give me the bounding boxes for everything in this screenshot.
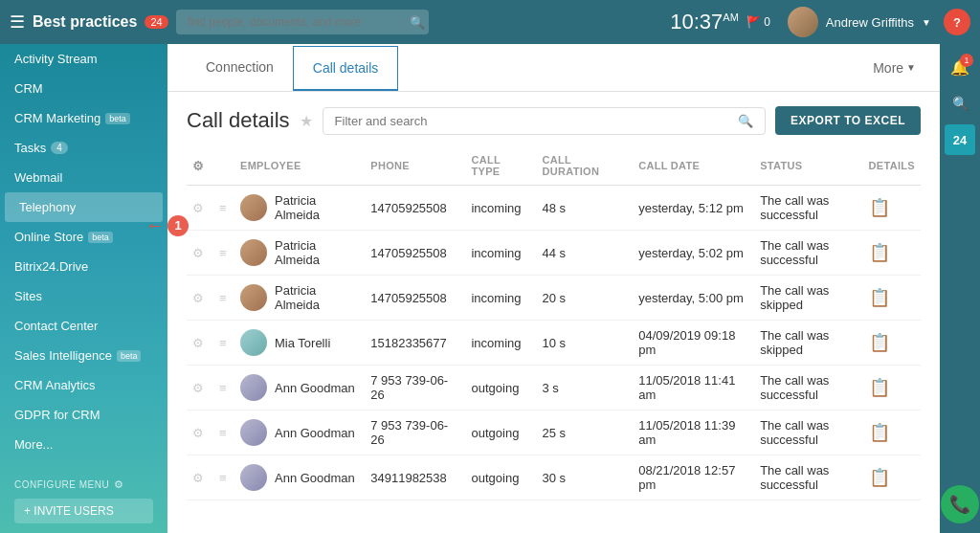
details-cell[interactable]: 📋 [863,321,921,366]
col-details: DETAILS [863,146,921,186]
dropdown-icon[interactable]: ▼ [922,17,931,28]
invite-users-button[interactable]: + INVITE USERS [14,499,153,523]
status-cell: The call was skipped [754,276,862,321]
sidebar: Activity Stream CRM CRM Marketingbeta Ta… [0,44,167,533]
sidebar-item-activity-stream[interactable]: Activity Stream [0,44,167,74]
app-count: 24 [145,15,167,29]
time-suffix: AM [723,11,739,23]
row-handle-icon: ≡ [215,321,234,366]
date-cell: 08/21/2018 12:57 pm [633,455,754,500]
export-to-excel-button[interactable]: EXPORT TO EXCEL [775,106,921,135]
details-cell[interactable]: 📋 [863,276,921,321]
star-icon[interactable]: ★ [300,112,313,130]
phone-cell: 15182335677 [365,321,465,366]
call-type-cell: outgoing [465,411,536,455]
details-cell[interactable]: 📋 [863,455,921,500]
row-settings-icon[interactable]: ⚙ [187,366,215,411]
employee-name: Ann Goodman [275,426,355,440]
employee-cell: Ann Goodman [234,455,365,500]
search-input[interactable] [176,10,429,34]
tab-more[interactable]: More ▼ [868,47,921,89]
details-icon[interactable]: 📋 [869,468,890,487]
table-row: ⚙ ≡ Patricia Almeida 14705925508 incomin… [187,186,921,231]
menu-icon[interactable]: ☰ [10,11,25,33]
configure-menu-button[interactable]: CONFIGURE MENU ⚙ [14,478,153,491]
employee-name: Mia Torelli [275,336,330,350]
details-cell[interactable]: 📋 [863,231,921,276]
row-handle-icon: ≡ [215,411,234,455]
phone-cell: 7 953 739-06-26 [365,366,465,411]
content-header: Call details ★ 🔍 EXPORT TO EXCEL [187,106,921,135]
details-icon[interactable]: 📋 [869,288,890,307]
date-cell: 11/05/2018 11:41 am [633,366,754,411]
help-button[interactable]: ? [944,9,970,35]
details-icon[interactable]: 📋 [869,198,890,217]
sidebar-item-gdpr[interactable]: GDPR for CRM [0,400,167,430]
phone-cell: 34911982538 [365,455,465,500]
row-settings-icon[interactable]: ⚙ [187,186,215,231]
username: Andrew Griffiths [826,15,914,30]
row-handle-icon: ≡ [215,231,234,276]
search-right-icon[interactable]: 🔍 [945,88,975,119]
table-row: ⚙ ≡ Patricia Almeida 14705925508 incomin… [187,231,921,276]
sidebar-item-crm-marketing[interactable]: CRM Marketingbeta [0,103,167,133]
sidebar-item-tasks[interactable]: Tasks4 [0,133,167,163]
configure-menu-label: CONFIGURE MENU [14,479,109,490]
sales-badge: beta [117,350,142,362]
settings-icon: ⚙ [114,478,124,491]
sidebar-item-contact-center[interactable]: Contact Center [0,311,167,341]
col-employee: EMPLOYEE [234,146,365,186]
table-row: ⚙ ≡ Patricia Almeida 14705925508 incomin… [187,276,921,321]
call-type-cell: outgoing [465,455,536,500]
sidebar-item-sites[interactable]: Sites [0,281,167,311]
tab-connection[interactable]: Connection [187,46,293,90]
status-cell: The call was successful [754,455,862,500]
notifications-icon[interactable]: 🔔 1 [945,52,975,82]
row-settings-icon[interactable]: ⚙ [187,231,215,276]
employee-cell: Ann Goodman [234,411,365,455]
tabs-bar: Connection Call details ← 2 More ▼ [167,44,940,92]
employee-avatar [240,194,267,221]
details-icon[interactable]: 📋 [869,333,890,352]
details-cell[interactable]: 📋 [863,366,921,411]
page-title: Call details [187,108,290,133]
call-type-cell: incoming [465,186,536,231]
phone-button[interactable]: 📞 [941,485,979,523]
details-icon[interactable]: 📋 [869,243,890,262]
row-settings-icon[interactable]: ⚙ [187,455,215,500]
sidebar-item-crm-analytics[interactable]: CRM Analytics [0,370,167,400]
col-status: STATUS [754,146,862,186]
sidebar-item-telephony[interactable]: Telephony [5,192,163,222]
employee-avatar [240,419,267,446]
phone-cell: 14705925508 [365,276,465,321]
date-cell: yesterday, 5:12 pm [633,186,754,231]
duration-cell: 48 s [537,186,634,231]
sidebar-item-more[interactable]: More... [0,430,167,459]
details-icon[interactable]: 📋 [869,423,890,442]
row-settings-icon[interactable]: ⚙ [187,411,215,455]
details-cell[interactable]: 📋 [863,411,921,455]
details-icon[interactable]: 📋 [869,378,890,397]
table-row: ⚙ ≡ Mia Torelli 15182335677 incoming 10 … [187,321,921,366]
row-settings-icon[interactable]: ⚙ [187,321,215,366]
employee-name: Patricia Almeida [275,238,359,267]
employee-name: Patricia Almeida [275,283,359,312]
sidebar-item-crm[interactable]: CRM [0,74,167,103]
sidebar-item-bitrix-drive[interactable]: Bitrix24.Drive [0,252,167,281]
col-handle [215,146,234,186]
tab-call-details[interactable]: Call details ← 2 [293,46,398,91]
online-store-badge: beta [88,232,113,243]
sidebar-item-webmail[interactable]: Webmail [0,163,167,192]
sidebar-item-online-store[interactable]: Online Storebeta [0,222,167,252]
sidebar-item-sales-intelligence[interactable]: Sales Intelligencebeta [0,341,167,370]
row-settings-icon[interactable]: ⚙ [187,276,215,321]
details-cell[interactable]: 📋 [863,186,921,231]
col-settings: ⚙ [187,146,215,186]
filter-input[interactable] [335,114,733,128]
tasks-badge: 4 [51,142,68,154]
employee-name: Patricia Almeida [275,193,359,222]
avatar [788,7,818,37]
flag-count: 🚩 0 [746,15,770,29]
call-type-cell: incoming [465,276,536,321]
employee-cell: Patricia Almeida [234,186,365,231]
